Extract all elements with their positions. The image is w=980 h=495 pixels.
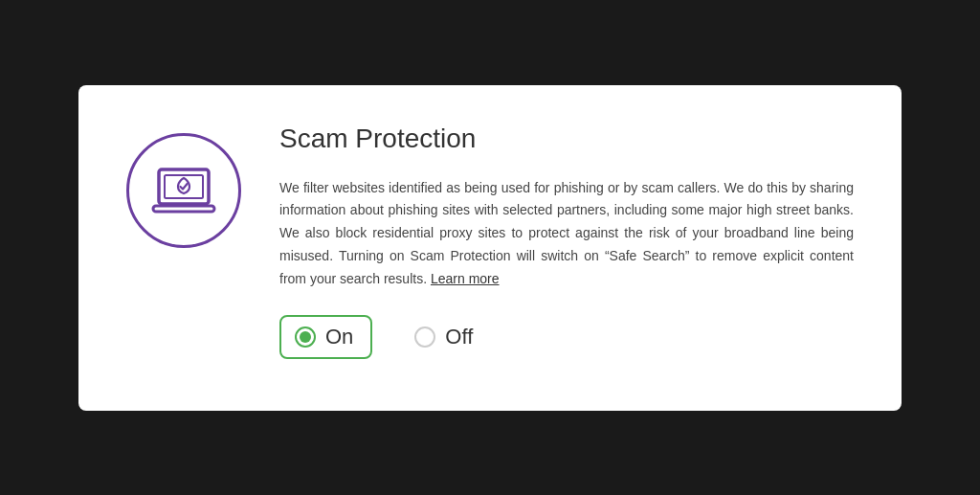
page-title: Scam Protection (279, 124, 854, 154)
learn-more-link[interactable]: Learn more (431, 271, 500, 286)
scam-protection-content: Scam Protection We filter websites ident… (279, 124, 854, 360)
radio-on[interactable] (295, 326, 316, 348)
toggle-off-option[interactable]: Off (401, 317, 490, 357)
radio-on-fill (300, 331, 311, 343)
description-text: We filter websites identified as being u… (279, 177, 854, 291)
svg-rect-2 (153, 206, 214, 212)
toggle-row: On Off (279, 315, 854, 359)
off-label: Off (445, 325, 473, 349)
toggle-on-option[interactable]: On (279, 315, 372, 359)
laptop-shield-icon (151, 162, 216, 219)
scam-protection-icon-circle (126, 133, 241, 248)
on-label: On (325, 325, 353, 349)
scam-protection-card: Scam Protection We filter websites ident… (78, 85, 902, 411)
radio-off[interactable] (414, 326, 435, 348)
